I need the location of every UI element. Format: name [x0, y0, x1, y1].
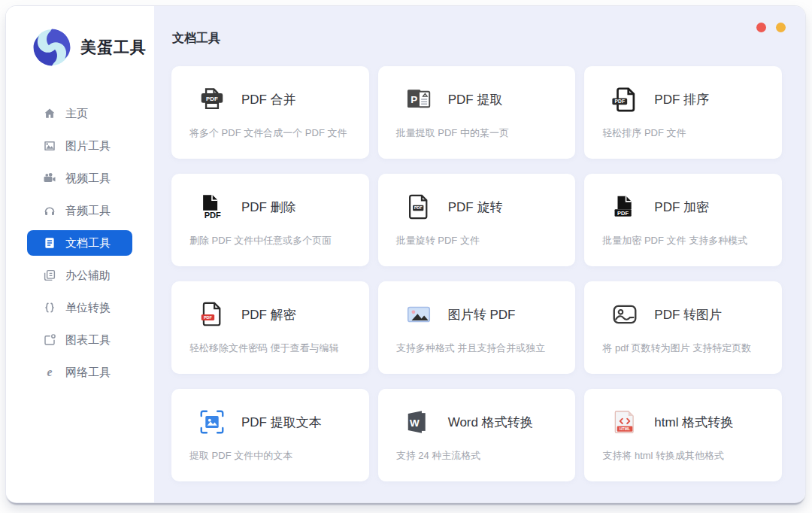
- unit-convert-icon: [43, 301, 56, 314]
- sidebar-item-home[interactable]: 主页: [27, 101, 132, 126]
- card-head: PDF 转图片: [584, 281, 782, 329]
- pdf-encrypt-icon: PDF: [611, 193, 639, 221]
- pdf-sort-icon: PDF: [611, 85, 639, 114]
- card-desc: 支持 24 种主流格式: [378, 449, 576, 463]
- card-desc: 批量提取 PDF 中的某一页: [378, 126, 576, 140]
- card-title: PDF 合并: [241, 91, 296, 108]
- svg-text:PDF: PDF: [617, 210, 629, 217]
- sidebar-item-label: 主页: [65, 107, 88, 121]
- pdf-rotate-icon: PDF: [404, 193, 433, 221]
- sidebar-item-label: 视频工具: [65, 172, 111, 186]
- card-head: PDFPDF 解密: [171, 281, 369, 329]
- sidebar-item-document-tools[interactable]: 文档工具: [27, 230, 132, 256]
- card-head: HTMLhtml 格式转换: [584, 389, 782, 436]
- page-title: 文档工具: [172, 31, 220, 47]
- svg-text:PDF: PDF: [615, 99, 625, 104]
- card-title: PDF 提取: [448, 91, 503, 108]
- network-tools-icon: e: [43, 366, 56, 379]
- pdf-to-image-icon: [611, 300, 639, 329]
- document-tools-icon: [43, 236, 56, 250]
- main-panel: 文档工具 PDFPDF 合并将多个 PDF 文件合成一个 PDF 文件PPDF …: [154, 6, 805, 502]
- card-pdf-decrypt[interactable]: PDFPDF 解密轻松移除文件密码 便于查看与编辑: [171, 281, 369, 374]
- card-pdf-to-image[interactable]: PDF 转图片将 pdf 页数转为图片 支持特定页数: [584, 281, 782, 374]
- svg-text:HTML: HTML: [620, 426, 630, 431]
- card-desc: 将多个 PDF 文件合成一个 PDF 文件: [171, 126, 369, 140]
- card-title: PDF 转图片: [654, 306, 722, 323]
- svg-text:W: W: [410, 417, 420, 429]
- pdf-decrypt-icon: PDF: [198, 300, 226, 329]
- svg-text:e: e: [47, 366, 53, 378]
- pdf-delete-icon: PDF: [198, 193, 226, 221]
- card-pdf-extract-text[interactable]: PDF 提取文本提取 PDF 文件中的文本: [171, 389, 369, 481]
- image-tools-icon: [43, 139, 56, 153]
- html-convert-icon: HTML: [611, 408, 639, 436]
- card-title: 图片转 PDF: [448, 306, 516, 323]
- card-head: WWord 格式转换: [378, 389, 576, 436]
- card-word-convert[interactable]: WWord 格式转换支持 24 种主流格式: [378, 389, 576, 481]
- window-dots: [756, 23, 786, 32]
- card-desc: 轻松移除文件密码 便于查看与编辑: [171, 341, 369, 355]
- card-desc: 将 pdf 页数转为图片 支持特定页数: [584, 341, 782, 355]
- card-head: PDFPDF 排序: [584, 66, 782, 114]
- sidebar-item-chart-tools[interactable]: 图表工具: [27, 327, 132, 353]
- card-pdf-extract[interactable]: PPDF 提取批量提取 PDF 中的某一页: [378, 66, 576, 159]
- card-pdf-sort[interactable]: PDFPDF 排序轻松排序 PDF 文件: [584, 66, 782, 159]
- sidebar-item-network-tools[interactable]: e网络工具: [27, 360, 132, 385]
- card-desc: 支持多种格式 并且支持合并或独立: [378, 341, 576, 355]
- card-html-convert[interactable]: HTMLhtml 格式转换支持将 html 转换成其他格式: [584, 389, 782, 481]
- sidebar: 美蛋工具 主页图片工具视频工具音频工具文档工具办公辅助单位转换图表工具e网络工具: [6, 6, 154, 502]
- card-title: Word 格式转换: [448, 414, 533, 431]
- card-head: 图片转 PDF: [378, 281, 576, 329]
- card-desc: 删除 PDF 文件中任意或多个页面: [171, 234, 369, 247]
- image-to-pdf-icon: [404, 300, 433, 329]
- app-window: 美蛋工具 主页图片工具视频工具音频工具文档工具办公辅助单位转换图表工具e网络工具…: [6, 6, 805, 502]
- video-tools-icon: [43, 172, 56, 185]
- sidebar-item-image-tools[interactable]: 图片工具: [27, 133, 132, 159]
- card-title: PDF 删除: [241, 199, 296, 216]
- pdf-extract-text-icon: [198, 408, 226, 436]
- card-desc: 批量旋转 PDF 文件: [378, 234, 576, 247]
- sidebar-item-video-tools[interactable]: 视频工具: [27, 165, 132, 191]
- svg-text:PDF: PDF: [205, 211, 221, 220]
- app-title: 美蛋工具: [80, 37, 147, 58]
- card-head: PDFPDF 合并: [171, 66, 369, 114]
- sidebar-item-office-assist[interactable]: 办公辅助: [27, 263, 132, 288]
- chart-tools-icon: [43, 333, 56, 347]
- card-title: PDF 加密: [654, 199, 709, 216]
- card-title: PDF 提取文本: [241, 414, 322, 431]
- svg-text:PDF: PDF: [414, 205, 423, 210]
- tools-grid: PDFPDF 合并将多个 PDF 文件合成一个 PDF 文件PPDF 提取批量提…: [171, 66, 782, 481]
- card-desc: 批量加密 PDF 文件 支持多种模式: [584, 234, 782, 247]
- pdf-merge-icon: PDF: [198, 85, 226, 114]
- yellow-dot[interactable]: [776, 23, 786, 32]
- card-pdf-merge[interactable]: PDFPDF 合并将多个 PDF 文件合成一个 PDF 文件: [171, 66, 369, 159]
- sidebar-item-label: 文档工具: [65, 236, 111, 250]
- red-dot[interactable]: [756, 23, 766, 32]
- sidebar-item-label: 音频工具: [65, 204, 111, 218]
- card-head: PDFPDF 加密: [584, 174, 782, 221]
- card-image-to-pdf[interactable]: 图片转 PDF支持多种格式 并且支持合并或独立: [378, 281, 576, 374]
- card-head: PDFPDF 删除: [171, 174, 369, 221]
- card-title: html 格式转换: [654, 414, 733, 431]
- card-pdf-encrypt[interactable]: PDFPDF 加密批量加密 PDF 文件 支持多种模式: [584, 174, 782, 266]
- svg-text:PDF: PDF: [206, 96, 218, 102]
- card-pdf-rotate[interactable]: PDFPDF 旋转批量旋转 PDF 文件: [378, 174, 576, 266]
- sidebar-item-label: 单位转换: [65, 301, 111, 315]
- card-desc: 支持将 html 转换成其他格式: [584, 449, 782, 463]
- sidebar-item-audio-tools[interactable]: 音频工具: [27, 198, 132, 223]
- card-head: PDF 提取文本: [171, 389, 369, 436]
- sidebar-item-unit-convert[interactable]: 单位转换: [27, 295, 132, 320]
- card-title: PDF 旋转: [448, 199, 503, 216]
- audio-tools-icon: [43, 204, 56, 217]
- home-icon: [43, 107, 56, 120]
- card-head: PDFPDF 旋转: [378, 174, 576, 221]
- app-logo: 美蛋工具: [6, 6, 154, 69]
- swirl-logo-icon: [30, 26, 74, 69]
- card-desc: 轻松排序 PDF 文件: [584, 126, 782, 140]
- card-title: PDF 解密: [241, 306, 296, 323]
- card-pdf-delete[interactable]: PDFPDF 删除删除 PDF 文件中任意或多个页面: [171, 174, 369, 266]
- office-assist-icon: [43, 269, 56, 282]
- card-title: PDF 排序: [654, 91, 709, 108]
- sidebar-nav: 主页图片工具视频工具音频工具文档工具办公辅助单位转换图表工具e网络工具: [6, 101, 154, 385]
- svg-text:PDF: PDF: [204, 315, 213, 320]
